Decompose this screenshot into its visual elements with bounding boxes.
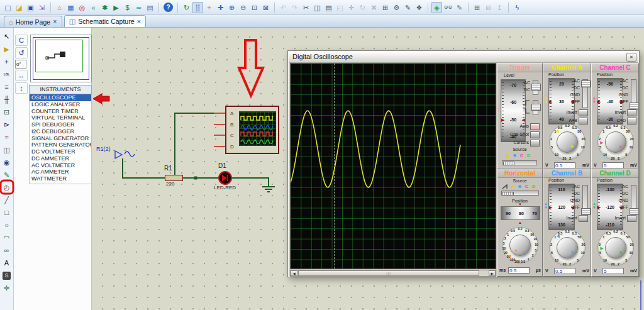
position-adjust-arrows[interactable]: ▲▼ xyxy=(592,202,597,209)
selection-mode-icon[interactable]: ↖ xyxy=(1,30,13,43)
zoom-area-icon[interactable]: ⊡ xyxy=(249,2,260,13)
position-gauge-horizontal[interactable]: 908070 xyxy=(501,206,540,220)
tab-home-page[interactable]: ⌂Home Page✕ xyxy=(4,16,62,27)
coupling-slider-channel-a-coupling[interactable] xyxy=(582,79,588,108)
coupling-slider-thumb[interactable] xyxy=(581,208,591,215)
dialog-close-button[interactable]: ✕ xyxy=(626,53,636,62)
decompose-icon[interactable]: ❖ xyxy=(414,2,425,13)
scope-h-scrollbar[interactable]: ◀ ||| ▶ xyxy=(290,270,496,277)
coupling-slider-trigger-edge[interactable] xyxy=(533,100,538,115)
source-slider-thumb[interactable] xyxy=(502,192,514,196)
channel-d-gain-knob[interactable]: 0.50.20.1125102050201052▶▶ xyxy=(594,230,638,267)
trigger-cursors-button[interactable] xyxy=(530,140,540,147)
instrument-item-counter-timer[interactable]: COUNTER TIMER xyxy=(30,108,91,115)
rotate-clockwise-button[interactable]: C xyxy=(15,35,28,46)
buses-mode-icon[interactable]: ╫ xyxy=(1,93,13,106)
3d-visualizer-icon[interactable]: ▶ xyxy=(111,2,121,13)
scroll-left-button[interactable]: ◀ xyxy=(291,270,297,276)
knob-dial[interactable] xyxy=(605,237,626,258)
instrument-item-pattern-generator[interactable]: PATTERN GENERATOR xyxy=(30,141,91,148)
device-pins-mode-icon[interactable]: ⊳ xyxy=(1,118,13,131)
instrument-item-dc-ammeter[interactable]: DC AMMETER xyxy=(30,155,91,162)
channel-a-gain-knob[interactable]: 0.50.20.1125102050201052▶▶ xyxy=(545,124,589,162)
horizontal-source-slider[interactable] xyxy=(501,191,539,196)
knob-dial[interactable] xyxy=(509,235,531,256)
horizontal-value-input[interactable] xyxy=(508,267,530,274)
redraw-icon[interactable]: ↻ xyxy=(181,2,192,13)
toggle-grid-icon[interactable]: ⣿ xyxy=(192,2,203,13)
position-adjust-arrows[interactable]: ▲▼ xyxy=(592,96,597,104)
voltage-probe-mode-icon[interactable]: ✎ xyxy=(1,169,13,181)
channel-b-value-input[interactable] xyxy=(554,268,575,274)
position-adjust-arrows[interactable]: ▲▼ xyxy=(497,106,501,113)
coupling-slider-trigger-coupling[interactable] xyxy=(533,80,538,95)
instrument-item-wattmeter[interactable]: WATTMETER xyxy=(30,175,91,182)
coupling-slider-thumb[interactable] xyxy=(531,84,541,91)
wire-autorouter-icon[interactable]: ◈ xyxy=(431,2,442,13)
channel-b-invert-button[interactable] xyxy=(579,215,588,222)
led-d1[interactable] xyxy=(218,171,232,185)
virtual-instrument-mode-icon[interactable]: ◴ xyxy=(1,181,13,194)
zoom-in-icon[interactable]: ⊕ xyxy=(226,2,237,13)
property-assignment-icon[interactable]: ✎ xyxy=(454,2,465,13)
graph-mode-icon[interactable]: ≈ xyxy=(1,131,13,143)
dialog-titlebar[interactable]: Digital Oscilloscope ✕ xyxy=(289,52,638,63)
electrical-rule-check-icon[interactable]: ϟ xyxy=(512,2,523,13)
import-project-icon[interactable]: ⇲ xyxy=(36,2,47,13)
scroll-right-button[interactable]: ▶ xyxy=(489,270,496,276)
search-tag-icon[interactable]: ⊙⊙ xyxy=(443,2,453,13)
new-project-icon[interactable]: ▢ xyxy=(3,2,13,13)
oscilloscope-component[interactable]: ABCD xyxy=(225,106,279,154)
instrument-item-ac-ammeter[interactable]: AC AMMETER xyxy=(30,169,91,175)
pcb-layout-icon[interactable]: ◎ xyxy=(77,2,87,13)
coupling-slider-thumb[interactable] xyxy=(531,104,541,111)
2d-box-mode-icon[interactable]: □ xyxy=(1,206,13,219)
scroll-thumb[interactable]: ||| xyxy=(298,270,479,276)
new-sheet-icon[interactable]: ⊞ xyxy=(472,2,482,13)
position-adjust-arrows[interactable]: ▲▼ xyxy=(543,96,548,104)
channel-c-value-input[interactable] xyxy=(602,162,624,169)
paste-icon[interactable]: ▤ xyxy=(323,2,334,13)
horizontal-gain-knob[interactable]: 0.50.20.11251020501002005020105210.5▶▶ xyxy=(498,227,542,265)
trigger-source-slider[interactable] xyxy=(502,160,537,165)
2d-circle-mode-icon[interactable]: ○ xyxy=(1,219,13,231)
knob-dial[interactable] xyxy=(557,131,578,153)
help-icon[interactable]: ? xyxy=(164,3,173,12)
pick-parts-icon[interactable]: ⊞ xyxy=(380,2,391,13)
text-script-mode-icon[interactable]: ≡ xyxy=(1,80,13,93)
design-explorer-icon[interactable]: ✱ xyxy=(99,2,110,13)
instrument-item-logic-analyser[interactable]: LOGIC ANALYSER xyxy=(30,101,91,108)
2d-path-mode-icon[interactable]: ∞ xyxy=(1,244,13,257)
channel-c-gain-knob[interactable]: 0.50.20.1125102050201052▶▶ xyxy=(594,124,638,162)
wire-label-mode-icon[interactable]: LBL xyxy=(1,68,13,80)
instrument-item-virtual-terminal[interactable]: VIRTUAL TERMINAL xyxy=(30,114,91,121)
subcircuit-mode-icon[interactable]: ⊡ xyxy=(1,106,13,118)
gerber-viewer-icon[interactable]: « xyxy=(88,2,99,13)
design-rule-manager-icon[interactable]: ≂ xyxy=(133,2,144,13)
channel-d-invert-button[interactable] xyxy=(627,215,636,222)
tape-recorder-mode-icon[interactable]: ◫ xyxy=(1,143,13,156)
origin-icon[interactable]: + xyxy=(204,2,214,13)
tab-close-icon[interactable]: ✕ xyxy=(53,19,57,25)
schematic-capture-icon[interactable]: ▦ xyxy=(65,2,76,13)
instrument-item-oscilloscope[interactable]: OSCILLOSCOPE xyxy=(30,94,91,101)
generator-mode-icon[interactable]: ◉ xyxy=(1,156,13,169)
channel-a-value-input[interactable] xyxy=(554,162,575,169)
instrument-item-signal-generator[interactable]: SIGNAL GENERATOR xyxy=(30,135,91,142)
coupling-slider-channel-c-coupling[interactable] xyxy=(631,79,636,108)
instrument-item-ac-voltmeter[interactable]: AC VOLTMETER xyxy=(30,162,91,169)
channel-a-invert-button[interactable] xyxy=(579,109,588,116)
channel-b-gain-knob[interactable]: 0.50.20.1125102050201052▶▶ xyxy=(545,230,589,267)
open-project-icon[interactable]: ◪ xyxy=(14,2,25,13)
coupling-slider-thumb[interactable] xyxy=(630,102,639,109)
home-page-icon[interactable]: ⌂ xyxy=(54,2,65,13)
source-slider-thumb[interactable] xyxy=(503,162,514,165)
coupling-slider-thumb[interactable] xyxy=(630,208,639,215)
bill-of-materials-icon[interactable]: $ xyxy=(122,2,133,13)
mirror-vertical-button[interactable]: ↕ xyxy=(15,82,28,94)
trigger-auto-button[interactable] xyxy=(530,123,540,130)
zoom-all-icon[interactable]: ⊠ xyxy=(260,2,271,13)
rotate-anticlockwise-button[interactable]: ↺ xyxy=(15,47,28,58)
instrument-item-spi-debugger[interactable]: SPI DEBUGGER xyxy=(30,121,91,128)
zoom-out-icon[interactable]: ⊖ xyxy=(238,2,248,13)
